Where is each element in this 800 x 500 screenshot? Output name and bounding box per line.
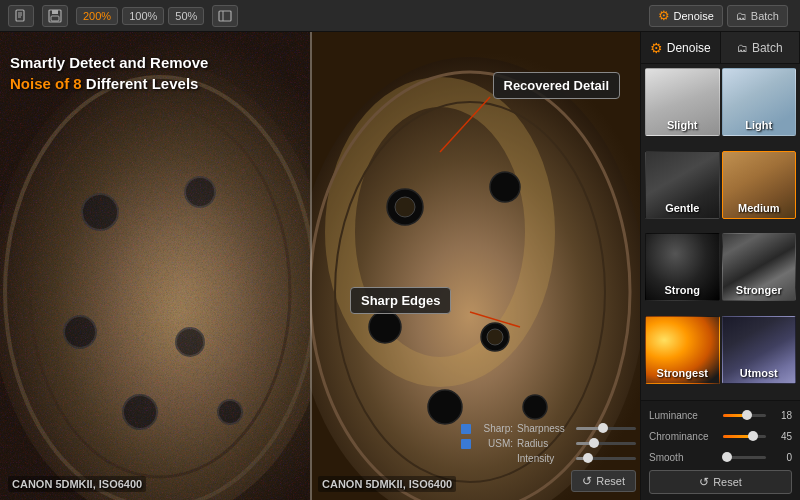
smooth-value: 0 — [770, 452, 792, 463]
usm-label: USM: — [475, 438, 513, 449]
left-camera-label: CANON 5DMKII, ISO6400 — [8, 476, 146, 492]
toolbar: 200% 100% 50% ⚙ Denoise 🗂 Batch — [0, 0, 800, 32]
preset-item-medium[interactable]: Medium — [722, 151, 797, 219]
preset-item-strong[interactable]: Strong — [645, 233, 720, 301]
reset-button[interactable]: ↺ Reset — [571, 470, 636, 492]
marketing-text: Smartly Detect and Remove Noise of 8 Dif… — [10, 52, 208, 94]
image-controls: Sharp: Sharpness USM: Radius — [455, 423, 636, 492]
svg-rect-7 — [219, 11, 231, 21]
noisy-image: Smartly Detect and Remove Noise of 8 Dif… — [0, 32, 310, 500]
sharpness-slider[interactable] — [576, 427, 636, 430]
new-file-button[interactable] — [8, 5, 34, 27]
preset-label-utmost: Utmost — [723, 367, 796, 379]
svg-point-28 — [395, 197, 415, 217]
sidebar-sliders: Luminance 18 Chrominance 45 Smooth — [641, 400, 800, 500]
marketing-line1: Smartly Detect and Remove — [10, 54, 208, 71]
luminance-label: Luminance — [649, 410, 719, 421]
sharp-checkbox[interactable] — [461, 424, 471, 434]
zoom-group: 200% 100% 50% — [76, 7, 204, 25]
reset-label: Reset — [596, 475, 625, 487]
chrominance-value: 45 — [770, 431, 792, 442]
svg-point-23 — [490, 172, 520, 202]
smooth-row: Smooth 0 — [649, 449, 792, 465]
panel-divider[interactable] — [310, 32, 312, 500]
intensity-slider[interactable] — [576, 457, 636, 460]
svg-rect-6 — [51, 16, 59, 21]
preset-item-slight[interactable]: Slight — [645, 68, 720, 136]
zoom-100-button[interactable]: 100% — [122, 7, 164, 25]
zoom-200-button[interactable]: 200% — [76, 7, 118, 25]
batch-label: Batch — [751, 10, 779, 22]
preset-item-strongest[interactable]: Strongest — [645, 316, 720, 384]
preset-label-stronger: Stronger — [723, 284, 796, 296]
zoom-50-button[interactable]: 50% — [168, 7, 204, 25]
sidebar-reset-icon: ↺ — [699, 475, 709, 489]
preset-label-medium: Medium — [723, 202, 796, 214]
chrominance-slider[interactable] — [723, 435, 766, 438]
preset-label-slight: Slight — [646, 119, 719, 131]
batch-tab[interactable]: 🗂 Batch — [721, 32, 801, 63]
chrominance-row: Chrominance 45 — [649, 428, 792, 444]
preset-label-strong: Strong — [646, 284, 719, 296]
luminance-slider[interactable] — [723, 414, 766, 417]
sharp-label: Sharp: — [475, 423, 513, 434]
radius-label: Radius — [517, 438, 572, 449]
reset-icon: ↺ — [582, 474, 592, 488]
denoise-label: Denoise — [674, 10, 714, 22]
denoise-tab-button[interactable]: ⚙ Denoise — [649, 5, 723, 27]
sidebar: ⚙ Denoise 🗂 Batch SlightLightGentleMediu… — [640, 32, 800, 500]
svg-rect-5 — [52, 10, 58, 14]
preset-label-light: Light — [723, 119, 796, 131]
luminance-value: 18 — [770, 410, 792, 421]
preset-item-utmost[interactable]: Utmost — [722, 316, 797, 384]
denoise-tab-label: Denoise — [667, 41, 711, 55]
sidebar-reset-button[interactable]: ↺ Reset — [649, 470, 792, 494]
save-button[interactable] — [42, 5, 68, 27]
preset-label-gentle: Gentle — [646, 202, 719, 214]
luminance-row: Luminance 18 — [649, 407, 792, 423]
batch-layers-icon: 🗂 — [737, 42, 748, 54]
batch-tab-button[interactable]: 🗂 Batch — [727, 5, 788, 27]
intensity-label: Intensity — [517, 453, 572, 464]
right-image-panel: Recovered Detail Sharp Edges CANON 5DMKI… — [310, 32, 640, 500]
usm-checkbox[interactable] — [461, 439, 471, 449]
sharp-edges-annotation: Sharp Edges — [350, 287, 451, 314]
noise-overlay — [0, 32, 310, 500]
denoise-gear-icon: ⚙ — [650, 40, 663, 56]
radius-slider[interactable] — [576, 442, 636, 445]
denoise-tab[interactable]: ⚙ Denoise — [641, 32, 721, 63]
gear-icon: ⚙ — [658, 8, 670, 23]
chrominance-label: Chrominance — [649, 431, 719, 442]
sidebar-reset-label: Reset — [713, 476, 742, 488]
svg-point-26 — [428, 390, 462, 424]
marketing-highlight: Noise of 8 — [10, 75, 82, 92]
batch-tab-label: Batch — [752, 41, 783, 55]
recovered-detail-annotation: Recovered Detail — [493, 72, 621, 99]
preset-grid: SlightLightGentleMediumStrongStrongerStr… — [641, 64, 800, 400]
svg-point-27 — [523, 395, 547, 419]
fit-view-button[interactable] — [212, 5, 238, 27]
preset-label-strongest: Strongest — [646, 367, 719, 379]
right-camera-label: CANON 5DMKII, ISO6400 — [318, 476, 456, 492]
smooth-slider[interactable] — [723, 456, 766, 459]
sidebar-tabs: ⚙ Denoise 🗂 Batch — [641, 32, 800, 64]
main-area: Smartly Detect and Remove Noise of 8 Dif… — [0, 32, 800, 500]
svg-point-29 — [487, 329, 503, 345]
image-comparison-area: Smartly Detect and Remove Noise of 8 Dif… — [0, 32, 640, 500]
left-image-panel: Smartly Detect and Remove Noise of 8 Dif… — [0, 32, 310, 500]
svg-point-24 — [369, 311, 401, 343]
layers-icon: 🗂 — [736, 10, 747, 22]
sharpness-label: Sharpness — [517, 423, 572, 434]
preset-item-light[interactable]: Light — [722, 68, 797, 136]
smooth-label: Smooth — [649, 452, 719, 463]
preset-item-stronger[interactable]: Stronger — [722, 233, 797, 301]
preset-item-gentle[interactable]: Gentle — [645, 151, 720, 219]
